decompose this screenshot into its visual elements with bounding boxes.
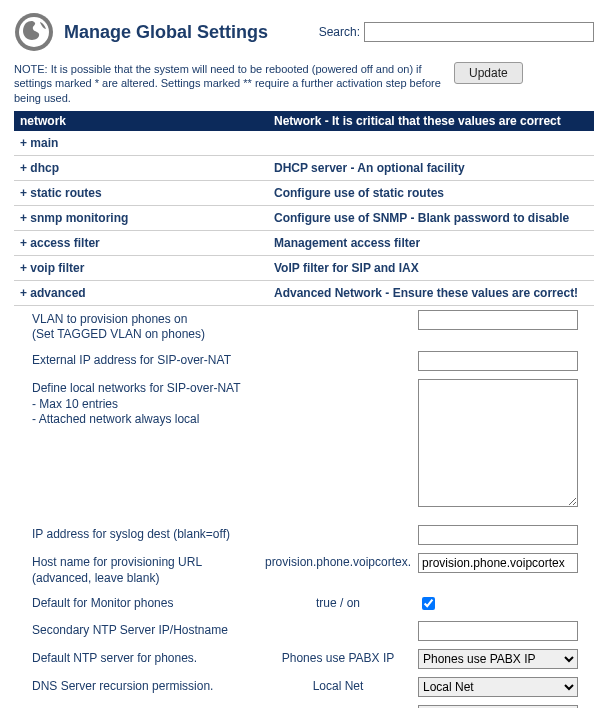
- sec-ntp-input[interactable]: [418, 621, 578, 641]
- section-desc: VoIP filter for SIP and IAX: [268, 256, 594, 280]
- section-desc: Management access filter: [268, 231, 594, 255]
- setting-hint: provision.phone.voipcortex.: [258, 553, 418, 571]
- setting-label: VLAN to provision phones on(Set TAGGED V…: [32, 310, 258, 343]
- section-dhcp[interactable]: + dhcp DHCP server - An optional facilit…: [14, 156, 594, 181]
- search-input[interactable]: [364, 22, 594, 42]
- monitor-default-checkbox[interactable]: [422, 597, 435, 610]
- section-desc: Advanced Network - Ensure these values a…: [268, 281, 594, 305]
- section-static-routes[interactable]: + static routes Configure use of static …: [14, 181, 594, 206]
- setting-syslog: IP address for syslog dest (blank=off): [14, 521, 594, 549]
- setting-label: Define local networks for SIP-over-NAT- …: [32, 379, 258, 428]
- setting-sec-ntp: Secondary NTP Server IP/Hostname: [14, 617, 594, 645]
- search-label: Search:: [319, 25, 360, 39]
- setting-hint: [258, 379, 418, 381]
- section-label: + snmp monitoring: [14, 206, 268, 230]
- update-button[interactable]: Update: [454, 62, 523, 84]
- setting-prov-host: Host name for provisioning URL(advanced,…: [14, 549, 594, 590]
- section-label: + main: [14, 131, 268, 155]
- setting-hint: [258, 310, 418, 312]
- globe-icon: [14, 12, 54, 52]
- note-row: NOTE: It is possible that the system wil…: [14, 62, 594, 105]
- syslog-input[interactable]: [418, 525, 578, 545]
- section-voip-filter[interactable]: + voip filter VoIP filter for SIP and IA…: [14, 256, 594, 281]
- section-label: + voip filter: [14, 256, 268, 280]
- category-header-right: Network - It is critical that these valu…: [268, 111, 594, 131]
- prov-host-input[interactable]: [418, 553, 578, 573]
- category-header: network Network - It is critical that th…: [14, 111, 594, 131]
- page-title: Manage Global Settings: [64, 22, 319, 43]
- section-label: + access filter: [14, 231, 268, 255]
- dns-recursion-select[interactable]: Local Net: [418, 677, 578, 697]
- search-wrap: Search:: [319, 22, 594, 42]
- setting-def-ntp: Default NTP server for phones. Phones us…: [14, 645, 594, 673]
- section-advanced[interactable]: + advanced Advanced Network - Ensure the…: [14, 281, 594, 306]
- section-label: + static routes: [14, 181, 268, 205]
- note-text: NOTE: It is possible that the system wil…: [14, 62, 444, 105]
- setting-label: DNS Server recursion permission.: [32, 677, 258, 695]
- section-main[interactable]: + main: [14, 131, 594, 156]
- setting-localnets: Define local networks for SIP-over-NAT- …: [14, 375, 594, 511]
- setting-hint: [258, 525, 418, 527]
- section-label: + dhcp: [14, 156, 268, 180]
- setting-hint: [258, 621, 418, 623]
- setting-dns-authority: DNS Server authority level. Auth for ent…: [14, 701, 594, 708]
- setting-label: Default for Monitor phones: [32, 594, 258, 612]
- setting-label: IP address for syslog dest (blank=off): [32, 525, 258, 543]
- setting-label: Host name for provisioning URL(advanced,…: [32, 553, 258, 586]
- section-desc: Configure use of SNMP - Blank password t…: [268, 206, 594, 230]
- setting-ext-ip: External IP address for SIP-over-NAT: [14, 347, 594, 375]
- setting-label: Default NTP server for phones.: [32, 649, 258, 667]
- page-header: Manage Global Settings Search:: [14, 12, 594, 52]
- setting-label: External IP address for SIP-over-NAT: [32, 351, 258, 369]
- setting-vlan: VLAN to provision phones on(Set TAGGED V…: [14, 306, 594, 347]
- localnets-textarea[interactable]: [418, 379, 578, 507]
- ext-ip-input[interactable]: [418, 351, 578, 371]
- def-ntp-select[interactable]: Phones use PABX IP: [418, 649, 578, 669]
- setting-monitor-default: Default for Monitor phones true / on: [14, 590, 594, 617]
- vlan-input[interactable]: [418, 310, 578, 330]
- section-snmp[interactable]: + snmp monitoring Configure use of SNMP …: [14, 206, 594, 231]
- setting-label: Secondary NTP Server IP/Hostname: [32, 621, 258, 639]
- section-desc: DHCP server - An optional facility: [268, 156, 594, 180]
- setting-hint: Local Net: [258, 677, 418, 695]
- setting-dns-recursion: DNS Server recursion permission. Local N…: [14, 673, 594, 701]
- setting-hint: Phones use PABX IP: [258, 649, 418, 667]
- category-header-left: network: [14, 111, 268, 131]
- section-access-filter[interactable]: + access filter Management access filter: [14, 231, 594, 256]
- setting-hint: true / on: [258, 594, 418, 612]
- section-desc: [268, 131, 594, 155]
- section-desc: Configure use of static routes: [268, 181, 594, 205]
- section-label: + advanced: [14, 281, 268, 305]
- setting-hint: [258, 351, 418, 353]
